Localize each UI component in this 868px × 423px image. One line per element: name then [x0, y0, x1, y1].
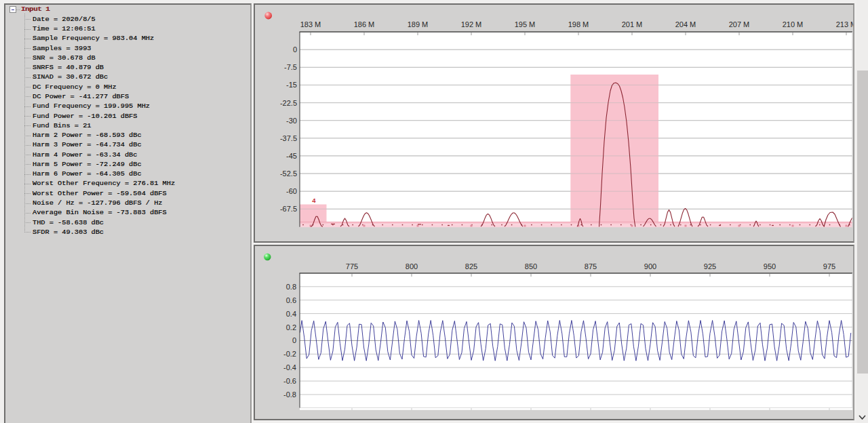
svg-text:207 M: 207 M [729, 20, 750, 28]
svg-text:775: 775 [346, 262, 358, 270]
svg-text:-37.5: -37.5 [280, 134, 297, 142]
svg-text:825: 825 [465, 262, 477, 270]
svg-text:-67.5: -67.5 [280, 205, 297, 213]
svg-text:-15: -15 [286, 81, 297, 89]
svg-text:186 M: 186 M [354, 20, 375, 28]
svg-text:0.4: 0.4 [286, 310, 296, 318]
svg-text:4: 4 [312, 197, 316, 204]
svg-text:189 M: 189 M [408, 20, 429, 28]
svg-text:195 M: 195 M [515, 20, 536, 28]
svg-text:-0.6: -0.6 [283, 377, 296, 385]
svg-text:-45: -45 [286, 152, 297, 160]
svg-text:201 M: 201 M [622, 20, 643, 28]
svg-text:0.2: 0.2 [286, 323, 296, 331]
svg-text:0.8: 0.8 [286, 283, 296, 291]
svg-text:900: 900 [644, 262, 656, 270]
svg-text:-52.5: -52.5 [280, 169, 297, 178]
svg-text:925: 925 [704, 262, 716, 270]
svg-text:-22.5: -22.5 [280, 99, 297, 107]
svg-text:800: 800 [406, 262, 418, 270]
svg-text:0.6: 0.6 [286, 296, 296, 304]
svg-text:-7.5: -7.5 [284, 63, 297, 71]
svg-text:0: 0 [292, 336, 296, 344]
svg-text:950: 950 [764, 262, 776, 270]
svg-text:192 M: 192 M [461, 20, 482, 28]
svg-text:-30: -30 [286, 117, 297, 125]
svg-text:975: 975 [823, 262, 835, 270]
svg-text:-0.8: -0.8 [283, 390, 296, 399]
svg-text:183 M: 183 M [300, 20, 321, 28]
svg-text:875: 875 [585, 262, 597, 270]
svg-text:850: 850 [525, 262, 537, 270]
svg-text:0: 0 [293, 45, 297, 54]
svg-text:198 M: 198 M [568, 20, 589, 28]
svg-text:-0.2: -0.2 [283, 350, 296, 358]
svg-text:213 M: 213 M [836, 20, 853, 28]
svg-text:204 M: 204 M [675, 20, 696, 28]
svg-text:210 M: 210 M [783, 20, 804, 28]
svg-text:-0.4: -0.4 [283, 363, 296, 371]
svg-text:-60: -60 [286, 187, 297, 195]
